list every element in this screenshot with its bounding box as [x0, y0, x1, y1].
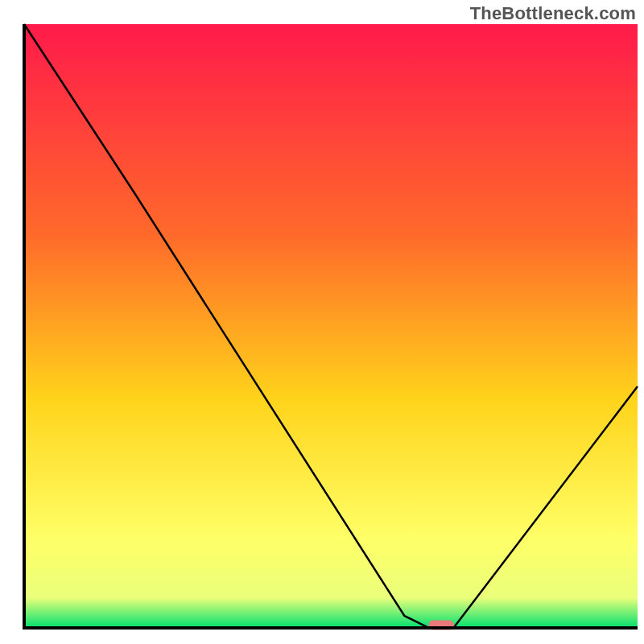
plot-background — [24, 24, 638, 628]
watermark-text: TheBottleneck.com — [470, 3, 636, 24]
chart-container: { "watermark": "TheBottleneck.com", "col… — [0, 0, 644, 644]
bottleneck-chart — [0, 0, 644, 644]
